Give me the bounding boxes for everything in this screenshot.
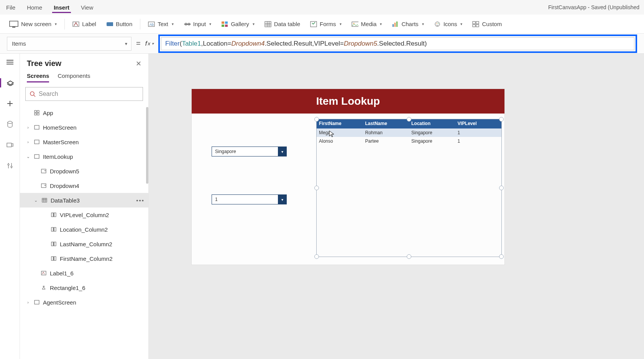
tree-node-rect[interactable]: Rectangle1_6	[20, 280, 148, 295]
tree-view-icon[interactable]	[0, 78, 20, 87]
forms-button[interactable]: Forms ▾	[306, 18, 345, 30]
menu-file[interactable]: File	[5, 2, 17, 13]
button-button[interactable]: Button	[102, 18, 136, 30]
close-icon[interactable]: ✕	[136, 59, 141, 68]
menu-insert[interactable]: Insert	[52, 2, 71, 13]
datatable[interactable]: FirstName LastName Location VIPLevel Meg…	[316, 119, 502, 257]
resize-handle[interactable]	[314, 254, 319, 259]
col-lastname[interactable]: LastName	[363, 119, 409, 128]
icons-label: Icons	[444, 21, 457, 27]
svg-rect-58	[53, 213, 54, 217]
app-title: FirstCanvasApp - Saved (Unpublished	[548, 4, 639, 10]
svg-rect-30	[476, 25, 479, 27]
menu-view[interactable]: View	[79, 2, 95, 13]
svg-rect-47	[37, 113, 39, 115]
property-selector[interactable]: Items ▾	[7, 37, 131, 51]
svg-rect-21	[393, 24, 394, 27]
svg-rect-51	[41, 169, 46, 173]
svg-rect-0	[10, 21, 18, 26]
tree-node-lastcol[interactable]: LastName_Column2	[20, 237, 148, 251]
new-screen-label: New screen	[21, 21, 51, 27]
ribbon: New screen ▾ Label Button Ab Text ▾ Inpu…	[0, 15, 644, 34]
media-rail-icon[interactable]	[5, 140, 15, 150]
resize-handle[interactable]	[407, 254, 411, 259]
resize-handle[interactable]	[314, 186, 319, 190]
tree-node-itemlookup[interactable]: ⌄ItemLookup	[20, 149, 148, 164]
settings-icon[interactable]	[5, 161, 15, 170]
label-button[interactable]: Label	[69, 18, 100, 30]
tree-node-label[interactable]: Label1_6	[20, 266, 148, 280]
formula-bar: Items ▾ = fx▾ Filter(Table1, Location = …	[0, 34, 644, 54]
menu-bar: File Home Insert View FirstCanvasApp - S…	[0, 0, 644, 15]
fx-label[interactable]: fx▾	[145, 40, 154, 48]
menu-home[interactable]: Home	[25, 2, 44, 13]
svg-rect-60	[53, 227, 54, 231]
data-icon[interactable]	[5, 120, 15, 129]
tab-screens[interactable]: Screens	[27, 72, 49, 82]
tree-node-dropdown4[interactable]: Dropdown4	[20, 178, 148, 193]
svg-rect-64	[53, 257, 54, 260]
text-button[interactable]: Ab Text ▾	[144, 18, 177, 30]
tree-node-loccol[interactable]: Location_Column2	[20, 222, 148, 237]
dropdown-value: 1	[212, 197, 278, 202]
tree-node-homescreen[interactable]: ›HomeScreen	[20, 120, 148, 135]
property-name: Items	[12, 40, 26, 47]
more-icon[interactable]: •••	[136, 197, 145, 204]
tab-components[interactable]: Components	[58, 72, 90, 82]
input-label: Input	[193, 21, 206, 27]
icons-button[interactable]: Icons ▾	[430, 18, 467, 30]
equals-sign: =	[136, 39, 141, 48]
scrollbar[interactable]	[146, 107, 148, 184]
tree-node-masterscreen[interactable]: ›MasterScreen	[20, 135, 148, 149]
media-button[interactable]: Media ▾	[348, 18, 386, 30]
resize-handle[interactable]	[499, 254, 504, 259]
svg-rect-19	[352, 22, 358, 26]
chevron-down-icon[interactable]: ▾	[278, 195, 286, 204]
resize-handle[interactable]	[314, 117, 319, 122]
chevron-down-icon: ▾	[340, 22, 342, 26]
canvas-area[interactable]: Item Lookup Singapore ▾ 1 ▾ FirstName	[149, 54, 644, 359]
charts-button[interactable]: Charts ▾	[388, 18, 427, 30]
add-icon[interactable]	[5, 99, 15, 108]
resize-handle[interactable]	[499, 117, 504, 122]
svg-rect-50	[34, 155, 39, 158]
resize-handle[interactable]	[407, 117, 411, 122]
chevron-down-icon[interactable]: ▾	[278, 147, 286, 156]
chevron-down-icon: ▾	[460, 22, 462, 26]
chevron-down-icon: ▾	[253, 22, 255, 26]
table-row[interactable]: Alonso Partee Singapore 1	[317, 137, 501, 145]
col-viplevel[interactable]: VIPLevel	[455, 119, 502, 128]
resize-handle[interactable]	[499, 186, 504, 190]
tree-node-app[interactable]: App	[20, 105, 148, 120]
table-row[interactable]: Mega Rohman Singapore 1	[317, 128, 501, 137]
tree-node-vipcol[interactable]: VIPLevel_Column2	[20, 207, 148, 222]
gallery-button[interactable]: Gallery ▾	[217, 18, 258, 30]
svg-point-26	[438, 23, 439, 24]
svg-rect-45	[37, 110, 39, 112]
svg-text:Ab: Ab	[150, 23, 154, 26]
tree-node-agentscreen[interactable]: ›AgentScreen	[20, 295, 148, 310]
tree-node-datatable3[interactable]: ⌄DataTable3•••	[20, 193, 148, 207]
label-icon	[72, 21, 79, 28]
new-screen-button[interactable]: New screen ▾	[5, 18, 61, 30]
tree-node-firstcol[interactable]: FirstName_Column2	[20, 251, 148, 266]
button-label: Button	[116, 21, 132, 27]
canvas[interactable]: Item Lookup Singapore ▾ 1 ▾ FirstName	[192, 89, 504, 265]
tree-panel: Tree view ✕ Screens Components Search Ap…	[20, 54, 149, 359]
data-table-button[interactable]: Data table	[261, 18, 304, 30]
col-firstname[interactable]: FirstName	[317, 119, 363, 128]
col-location[interactable]: Location	[409, 119, 455, 128]
gallery-icon	[221, 21, 228, 28]
dropdown-location[interactable]: Singapore ▾	[212, 147, 287, 156]
screen-icon	[34, 124, 40, 130]
search-icon	[30, 91, 36, 97]
custom-button[interactable]: Custom	[468, 18, 506, 30]
gallery-label: Gallery	[231, 21, 249, 27]
column-icon	[51, 226, 57, 232]
input-button[interactable]: Input ▾	[180, 18, 215, 30]
dropdown-vip[interactable]: 1 ▾	[212, 194, 287, 204]
tree-node-dropdown5[interactable]: Dropdown5	[20, 164, 148, 178]
search-input[interactable]: Search	[25, 87, 143, 101]
hamburger-icon[interactable]	[5, 58, 15, 67]
formula-input[interactable]: Filter(Table1, Location = Dropdown4.Sele…	[161, 37, 634, 50]
